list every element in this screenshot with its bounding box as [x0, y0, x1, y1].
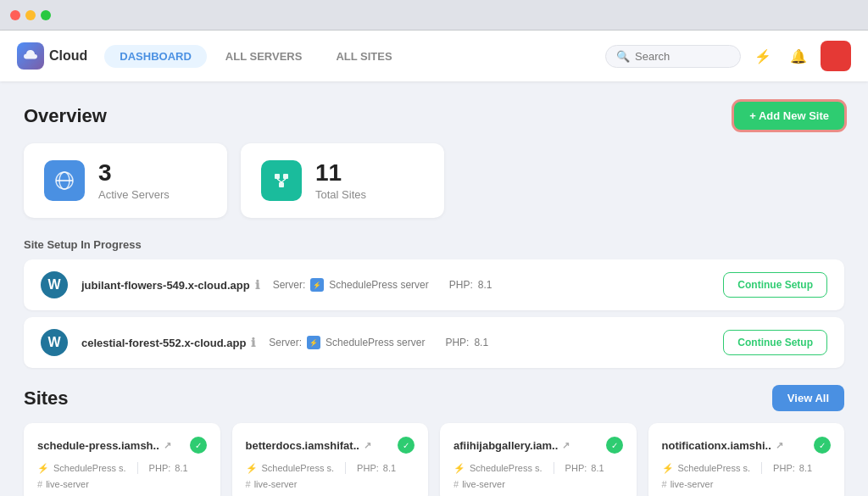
search-input[interactable] — [635, 50, 730, 63]
logo-icon — [17, 42, 44, 70]
external-link-icon-0[interactable]: ↗ — [164, 440, 171, 451]
active-servers-info: 3 Active Servers — [98, 161, 170, 201]
server-icon-small-1: ⚡ — [310, 278, 324, 292]
wordpress-icon-2: W — [41, 329, 68, 356]
svg-line-6 — [277, 179, 281, 182]
status-badge-1: ✓ — [398, 437, 415, 454]
setup-card-2: W celestial-forest-552.x-cloud.app ℹ Ser… — [24, 317, 844, 368]
server-meta-2: Server: ⚡ SchedulePress server — [269, 336, 425, 349]
site-card-name-1: betterdocs.iamshifat.. ↗ — [246, 439, 371, 452]
search-box[interactable]: 🔍 — [605, 45, 741, 68]
logo: Cloud — [17, 42, 87, 70]
info-icon-2[interactable]: ℹ — [251, 336, 255, 349]
view-all-button[interactable]: View All — [772, 385, 844, 411]
active-servers-icon — [44, 160, 85, 201]
site-card-server-2: ⚡ SchedulePress s. PHP: 8.1 — [453, 462, 623, 474]
sites-header: Sites View All — [24, 385, 844, 411]
tab-all-sites[interactable]: ALL SITES — [320, 45, 407, 68]
server-icon-3: ⚡ — [662, 463, 674, 474]
divider-3 — [761, 462, 762, 474]
external-link-icon-2[interactable]: ↗ — [562, 440, 570, 451]
maximize-button[interactable] — [41, 10, 51, 20]
sites-grid: schedule-press.iamsh.. ↗ ✓ ⚡ SchedulePre… — [24, 423, 844, 496]
site-card-tag-0: # live-server — [37, 479, 207, 489]
app: Cloud DASHBOARD ALL SERVERS ALL SITES 🔍 … — [0, 31, 868, 496]
external-link-icon-1[interactable]: ↗ — [364, 440, 371, 451]
lightning-icon-btn[interactable]: ⚡ — [749, 42, 776, 70]
setup-section: Site Setup In Progress W jubilant-flower… — [24, 238, 844, 368]
server-meta-1: Server: ⚡ SchedulePress server — [273, 278, 429, 292]
tab-all-servers[interactable]: ALL SERVERS — [210, 45, 318, 68]
php-meta-1: PHP: 8.1 — [449, 279, 492, 291]
status-badge-2: ✓ — [606, 437, 623, 454]
continue-setup-btn-2[interactable]: Continue Setup — [723, 330, 827, 355]
total-sites-label: Total Sites — [315, 188, 366, 201]
hash-icon-2: # — [453, 479, 459, 489]
traffic-lights — [10, 10, 51, 20]
wordpress-icon-1: W — [41, 271, 68, 298]
hash-icon-1: # — [246, 479, 251, 489]
site-card-name-3: notificationx.iamshi.. ↗ — [662, 439, 783, 452]
php-version-1: 8.1 — [478, 279, 492, 291]
site-card-header-2: afiihijabgallery.iam.. ↗ ✓ — [453, 437, 623, 454]
header: Cloud DASHBOARD ALL SERVERS ALL SITES 🔍 … — [0, 31, 868, 81]
total-sites-count: 11 — [315, 161, 366, 185]
server-name-2: SchedulePress server — [326, 337, 425, 348]
server-icon-0: ⚡ — [37, 463, 49, 474]
total-sites-card: 11 Total Sites — [241, 143, 444, 218]
total-sites-info: 11 Total Sites — [315, 161, 366, 201]
site-card-header-0: schedule-press.iamsh.. ↗ ✓ — [37, 437, 207, 454]
svg-rect-4 — [283, 174, 288, 179]
continue-setup-btn-1[interactable]: Continue Setup — [723, 272, 827, 298]
svg-line-7 — [281, 179, 286, 182]
site-card-3: notificationx.iamshi.. ↗ ✓ ⚡ SchedulePre… — [648, 423, 845, 496]
stats-row: 3 Active Servers 11 Total Sites — [24, 143, 844, 218]
active-servers-label: Active Servers — [98, 188, 170, 201]
info-icon-1[interactable]: ℹ — [255, 278, 259, 292]
divider-2 — [554, 462, 554, 474]
content: Overview + Add New Site 3 Active Servers — [0, 81, 868, 496]
svg-rect-3 — [275, 174, 280, 179]
nav-tabs: DASHBOARD ALL SERVERS ALL SITES — [104, 45, 605, 68]
tab-dashboard[interactable]: DASHBOARD — [104, 45, 207, 68]
server-icon-small-2: ⚡ — [307, 336, 320, 349]
overview-title: Overview — [24, 105, 107, 127]
status-badge-0: ✓ — [190, 437, 207, 454]
logo-text: Cloud — [49, 48, 87, 64]
sites-title: Sites — [24, 387, 69, 410]
php-version-2: 8.1 — [474, 337, 488, 348]
server-icon-2: ⚡ — [453, 463, 465, 474]
hash-icon-3: # — [662, 479, 667, 489]
site-card-name-2: afiihijabgallery.iam.. ↗ — [453, 439, 570, 452]
minimize-button[interactable] — [25, 10, 36, 20]
server-label-2: Server: — [269, 337, 302, 348]
site-card-server-0: ⚡ SchedulePress s. PHP: 8.1 — [37, 462, 207, 474]
divider-0 — [137, 462, 138, 474]
setup-card-1: W jubilant-flowers-549.x-cloud.app ℹ Ser… — [24, 259, 844, 310]
site-card-1: betterdocs.iamshifat.. ↗ ✓ ⚡ SchedulePre… — [232, 423, 429, 496]
external-link-icon-3[interactable]: ↗ — [776, 440, 783, 451]
site-meta-2: Server: ⚡ SchedulePress server PHP: 8.1 — [269, 336, 709, 349]
php-label-1: PHP: — [449, 279, 473, 291]
status-badge-3: ✓ — [814, 437, 831, 454]
site-card-header-3: notificationx.iamshi.. ↗ ✓ — [662, 437, 832, 454]
php-meta-2: PHP: 8.1 — [445, 337, 488, 348]
site-card-server-3: ⚡ SchedulePress s. PHP: 8.1 — [662, 462, 832, 474]
close-button[interactable] — [10, 10, 20, 20]
site-url-2: celestial-forest-552.x-cloud.app ℹ — [81, 336, 255, 349]
active-servers-card: 3 Active Servers — [24, 143, 227, 218]
bell-icon-btn[interactable]: 🔔 — [785, 42, 812, 70]
add-new-site-button[interactable]: + Add New Site — [734, 102, 844, 130]
site-card-server-1: ⚡ SchedulePress s. PHP: 8.1 — [246, 462, 415, 474]
site-url-1: jubilant-flowers-549.x-cloud.app ℹ — [81, 278, 259, 292]
active-servers-count: 3 — [98, 161, 170, 185]
header-right: 🔍 ⚡ 🔔 — [605, 41, 851, 71]
total-sites-icon — [261, 160, 302, 201]
hash-icon-0: # — [37, 479, 42, 489]
server-icon-1: ⚡ — [246, 463, 258, 474]
site-card-name-0: schedule-press.iamsh.. ↗ — [37, 439, 171, 452]
site-card-0: schedule-press.iamsh.. ↗ ✓ ⚡ SchedulePre… — [24, 423, 220, 496]
user-avatar[interactable] — [821, 41, 851, 71]
divider-1 — [345, 462, 346, 474]
svg-rect-5 — [279, 182, 284, 187]
